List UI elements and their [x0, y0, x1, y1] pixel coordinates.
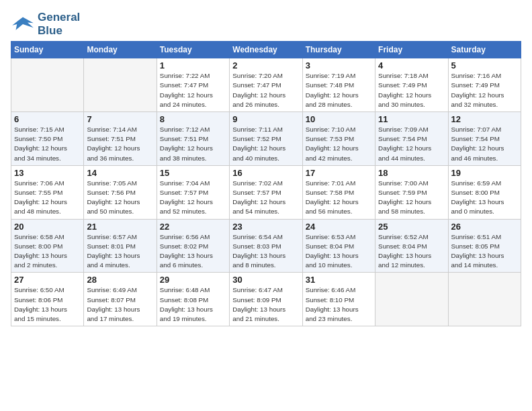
day-info: Sunrise: 6:58 AM Sunset: 8:00 PM Dayligh…: [14, 232, 81, 271]
day-info: Sunrise: 7:00 AM Sunset: 7:59 PM Dayligh…: [378, 179, 445, 217]
day-info: Sunrise: 6:54 AM Sunset: 8:03 PM Dayligh…: [232, 232, 299, 271]
calendar-cell: 10Sunrise: 7:10 AM Sunset: 7:53 PM Dayli…: [302, 111, 375, 165]
calendar-cell: 9Sunrise: 7:11 AM Sunset: 7:52 PM Daylig…: [230, 111, 302, 165]
day-number: 5: [451, 60, 518, 71]
day-info: Sunrise: 7:18 AM Sunset: 7:49 PM Dayligh…: [378, 71, 445, 109]
day-number: 31: [306, 275, 372, 285]
day-number: 15: [160, 168, 226, 178]
day-number: 2: [232, 60, 299, 71]
day-info: Sunrise: 7:04 AM Sunset: 7:57 PM Dayligh…: [160, 179, 226, 217]
day-number: 8: [160, 114, 226, 124]
day-number: 23: [232, 222, 299, 232]
calendar-week-row: 6Sunrise: 7:15 AM Sunset: 7:50 PM Daylig…: [11, 111, 521, 165]
calendar-cell: 27Sunrise: 6:50 AM Sunset: 8:06 PM Dayli…: [11, 273, 84, 326]
calendar-cell: 14Sunrise: 7:05 AM Sunset: 7:56 PM Dayli…: [84, 165, 157, 219]
day-info: Sunrise: 7:06 AM Sunset: 7:55 PM Dayligh…: [14, 179, 81, 217]
day-info: Sunrise: 6:50 AM Sunset: 8:06 PM Dayligh…: [14, 285, 81, 324]
calendar-cell: 2Sunrise: 7:20 AM Sunset: 7:47 PM Daylig…: [230, 58, 302, 112]
day-info: Sunrise: 7:19 AM Sunset: 7:48 PM Dayligh…: [306, 71, 372, 109]
calendar-cell: 8Sunrise: 7:12 AM Sunset: 7:51 PM Daylig…: [157, 111, 229, 165]
day-info: Sunrise: 6:59 AM Sunset: 8:00 PM Dayligh…: [451, 179, 518, 217]
day-number: 18: [378, 168, 445, 178]
day-info: Sunrise: 7:09 AM Sunset: 7:54 PM Dayligh…: [378, 125, 445, 163]
logo-text: General Blue: [38, 11, 80, 37]
day-number: 11: [378, 114, 445, 124]
calendar-cell: 6Sunrise: 7:15 AM Sunset: 7:50 PM Daylig…: [11, 111, 84, 165]
day-number: 27: [14, 275, 81, 285]
calendar-cell: [448, 273, 521, 326]
svg-marker-0: [12, 17, 34, 30]
weekday-header: Sunday: [11, 42, 84, 58]
day-info: Sunrise: 6:48 AM Sunset: 8:08 PM Dayligh…: [160, 285, 226, 324]
day-info: Sunrise: 6:56 AM Sunset: 8:02 PM Dayligh…: [160, 232, 226, 271]
page-header: General Blue: [11, 11, 521, 37]
day-number: 28: [87, 275, 153, 285]
day-number: 12: [451, 114, 518, 124]
calendar-week-row: 27Sunrise: 6:50 AM Sunset: 8:06 PM Dayli…: [11, 273, 521, 326]
calendar-header-row: SundayMondayTuesdayWednesdayThursdayFrid…: [11, 42, 521, 58]
calendar-cell: [11, 58, 84, 112]
calendar-cell: 16Sunrise: 7:02 AM Sunset: 7:57 PM Dayli…: [230, 165, 302, 219]
day-number: 7: [87, 114, 153, 124]
calendar-cell: 21Sunrise: 6:57 AM Sunset: 8:01 PM Dayli…: [84, 219, 157, 273]
day-number: 29: [160, 275, 226, 285]
weekday-header: Monday: [84, 42, 157, 58]
day-number: 3: [306, 60, 372, 71]
calendar-cell: 26Sunrise: 6:51 AM Sunset: 8:05 PM Dayli…: [448, 219, 521, 273]
day-info: Sunrise: 7:11 AM Sunset: 7:52 PM Dayligh…: [232, 125, 299, 163]
calendar-week-row: 1Sunrise: 7:22 AM Sunset: 7:47 PM Daylig…: [11, 58, 521, 112]
day-info: Sunrise: 7:10 AM Sunset: 7:53 PM Dayligh…: [306, 125, 372, 163]
calendar-cell: 15Sunrise: 7:04 AM Sunset: 7:57 PM Dayli…: [157, 165, 229, 219]
calendar-cell: 5Sunrise: 7:16 AM Sunset: 7:49 PM Daylig…: [448, 58, 521, 112]
day-info: Sunrise: 6:49 AM Sunset: 8:07 PM Dayligh…: [87, 285, 153, 324]
day-number: 26: [451, 222, 518, 232]
calendar-cell: 19Sunrise: 6:59 AM Sunset: 8:00 PM Dayli…: [448, 165, 521, 219]
calendar-cell: 30Sunrise: 6:47 AM Sunset: 8:09 PM Dayli…: [230, 273, 302, 326]
calendar-cell: 24Sunrise: 6:53 AM Sunset: 8:04 PM Dayli…: [302, 219, 375, 273]
day-info: Sunrise: 7:14 AM Sunset: 7:51 PM Dayligh…: [87, 125, 153, 163]
day-info: Sunrise: 7:20 AM Sunset: 7:47 PM Dayligh…: [232, 71, 299, 109]
day-number: 20: [14, 222, 81, 232]
calendar-cell: 22Sunrise: 6:56 AM Sunset: 8:02 PM Dayli…: [157, 219, 229, 273]
calendar-cell: 12Sunrise: 7:07 AM Sunset: 7:54 PM Dayli…: [448, 111, 521, 165]
calendar-cell: 1Sunrise: 7:22 AM Sunset: 7:47 PM Daylig…: [157, 58, 229, 112]
day-number: 9: [232, 114, 299, 124]
day-number: 4: [378, 60, 445, 71]
calendar-cell: 18Sunrise: 7:00 AM Sunset: 7:59 PM Dayli…: [375, 165, 448, 219]
day-info: Sunrise: 6:51 AM Sunset: 8:05 PM Dayligh…: [451, 232, 518, 271]
day-number: 17: [306, 168, 372, 178]
calendar-cell: 4Sunrise: 7:18 AM Sunset: 7:49 PM Daylig…: [375, 58, 448, 112]
day-info: Sunrise: 7:15 AM Sunset: 7:50 PM Dayligh…: [14, 125, 81, 163]
day-info: Sunrise: 7:12 AM Sunset: 7:51 PM Dayligh…: [160, 125, 226, 163]
calendar-cell: 17Sunrise: 7:01 AM Sunset: 7:58 PM Dayli…: [302, 165, 375, 219]
calendar-week-row: 13Sunrise: 7:06 AM Sunset: 7:55 PM Dayli…: [11, 165, 521, 219]
day-number: 21: [87, 222, 153, 232]
day-info: Sunrise: 6:52 AM Sunset: 8:04 PM Dayligh…: [378, 232, 445, 271]
calendar-cell: 3Sunrise: 7:19 AM Sunset: 7:48 PM Daylig…: [302, 58, 375, 112]
day-info: Sunrise: 7:07 AM Sunset: 7:54 PM Dayligh…: [451, 125, 518, 163]
calendar-cell: [375, 273, 448, 326]
day-number: 6: [14, 114, 81, 124]
calendar-cell: 13Sunrise: 7:06 AM Sunset: 7:55 PM Dayli…: [11, 165, 84, 219]
day-number: 1: [160, 60, 226, 71]
day-info: Sunrise: 7:16 AM Sunset: 7:49 PM Dayligh…: [451, 71, 518, 109]
day-number: 14: [87, 168, 153, 178]
calendar-cell: 31Sunrise: 6:46 AM Sunset: 8:10 PM Dayli…: [302, 273, 375, 326]
calendar-cell: 11Sunrise: 7:09 AM Sunset: 7:54 PM Dayli…: [375, 111, 448, 165]
day-number: 24: [306, 222, 372, 232]
calendar-cell: 29Sunrise: 6:48 AM Sunset: 8:08 PM Dayli…: [157, 273, 229, 326]
day-info: Sunrise: 6:46 AM Sunset: 8:10 PM Dayligh…: [306, 285, 372, 324]
calendar-cell: 25Sunrise: 6:52 AM Sunset: 8:04 PM Dayli…: [375, 219, 448, 273]
weekday-header: Friday: [375, 42, 448, 58]
weekday-header: Wednesday: [230, 42, 302, 58]
day-number: 25: [378, 222, 445, 232]
day-number: 13: [14, 168, 81, 178]
calendar-table: SundayMondayTuesdayWednesdayThursdayFrid…: [11, 41, 521, 326]
day-info: Sunrise: 6:47 AM Sunset: 8:09 PM Dayligh…: [232, 285, 299, 324]
day-number: 30: [232, 275, 299, 285]
day-info: Sunrise: 7:05 AM Sunset: 7:56 PM Dayligh…: [87, 179, 153, 217]
calendar-cell: 7Sunrise: 7:14 AM Sunset: 7:51 PM Daylig…: [84, 111, 157, 165]
day-info: Sunrise: 6:53 AM Sunset: 8:04 PM Dayligh…: [306, 232, 372, 271]
day-number: 22: [160, 222, 226, 232]
day-info: Sunrise: 7:01 AM Sunset: 7:58 PM Dayligh…: [306, 179, 372, 217]
